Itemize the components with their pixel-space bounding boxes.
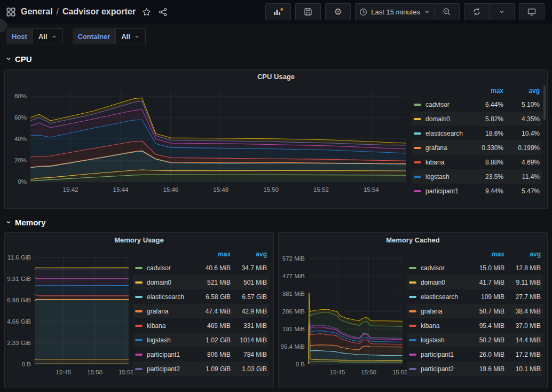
legend-series-name[interactable]: elasticsearch	[425, 130, 467, 137]
legend-series-name[interactable]: grafana	[421, 308, 468, 315]
legend-swatch[interactable]	[409, 310, 416, 312]
legend-swatch[interactable]	[414, 118, 421, 120]
legend-series-name[interactable]: logstash	[425, 173, 467, 181]
legend-series-name[interactable]: elasticsearch	[147, 293, 194, 301]
legend-series-name[interactable]: domain0	[147, 279, 194, 286]
panel-title[interactable]: Memory Usage	[5, 233, 273, 247]
legend-swatch[interactable]	[409, 296, 416, 298]
container-filter-label[interactable]: Container	[73, 28, 116, 44]
legend-header-max[interactable]: max	[467, 87, 503, 95]
legend-max-value: 5.82%	[467, 115, 503, 123]
legend-max-value: 40.6 MiB	[194, 264, 231, 272]
legend-series-name[interactable]: cadvisor	[147, 264, 194, 272]
legend-series-name[interactable]: logstash	[421, 336, 468, 344]
cpu-usage-chart[interactable]: 15:4215:4415:4615:4815:5015:5215:540%20%…	[5, 83, 412, 205]
row-toggle-memory[interactable]: Memory	[5, 215, 548, 229]
legend-avg-value: 5.47%	[503, 187, 540, 195]
host-filter-label[interactable]: Host	[6, 28, 33, 44]
legend-row: grafana47.4 MiB42.9 MiB	[133, 304, 269, 318]
memory-usage-chart[interactable]: 15:4515:5015:550 B2.33 GiB4.66 GiB6.98 G…	[5, 247, 133, 381]
legend-series-name[interactable]: cadvisor	[425, 101, 467, 108]
add-panel-button[interactable]	[265, 3, 291, 20]
legend-swatch[interactable]	[135, 368, 143, 370]
zoom-out-time-button[interactable]	[434, 3, 460, 20]
legend-header-avg[interactable]: avg	[231, 250, 267, 258]
refresh-interval-dropdown[interactable]	[489, 3, 515, 20]
legend-header-avg[interactable]: avg	[504, 250, 541, 258]
memory-usage-panel: Memory Usage 15:4515:5015:550 B2.33 GiB4…	[4, 232, 274, 388]
legend-series-name[interactable]: kibana	[425, 159, 467, 166]
refresh-button[interactable]	[464, 3, 489, 20]
dashboard-settings-button[interactable]: ⚙	[325, 3, 351, 20]
legend-swatch[interactable]	[135, 354, 143, 356]
row-toggle-cpu[interactable]: CPU	[5, 52, 548, 66]
legend-row: logstash23.5%11.4%	[412, 169, 542, 184]
legend-row: grafana0.330%0.199%	[412, 140, 542, 155]
legend-swatch[interactable]	[409, 368, 416, 370]
cpu-usage-plot: 15:4215:4415:4615:4815:5015:5215:540%20%…	[5, 83, 412, 205]
y-axis-tick: 0 B	[22, 361, 31, 367]
host-filter-value[interactable]: All	[33, 28, 63, 44]
legend-swatch[interactable]	[414, 190, 421, 192]
legend-series-name[interactable]: domain0	[421, 279, 468, 286]
cycle-view-mode-button[interactable]	[519, 3, 545, 20]
x-axis-tick: 15:54	[364, 186, 379, 193]
legend-swatch[interactable]	[135, 339, 143, 341]
legend-series-name[interactable]: kibana	[421, 322, 468, 330]
panel-title[interactable]: Memory Cached	[279, 233, 547, 247]
legend-avg-value: 6.57 GiB	[231, 293, 267, 301]
legend-row: logstash1.02 GiB1014 MiB	[133, 333, 269, 347]
legend-series-name[interactable]: domain0	[425, 115, 467, 123]
legend-header-max[interactable]: max	[468, 250, 504, 258]
legend-series-name[interactable]: participant1	[147, 351, 194, 358]
legend-swatch[interactable]	[409, 339, 416, 341]
legend-swatch[interactable]	[414, 104, 421, 106]
legend-avg-value: 9.11 MiB	[504, 279, 541, 286]
breadcrumb-folder[interactable]: General	[21, 7, 53, 17]
container-filter-value[interactable]: All	[115, 28, 146, 44]
legend-series-name[interactable]: participant2	[147, 365, 194, 373]
legend-swatch[interactable]	[414, 147, 421, 149]
legend-series-name[interactable]: logstash	[147, 336, 194, 344]
legend-max-value: 50.2 MiB	[468, 336, 504, 344]
legend-series-name[interactable]: participant1	[425, 187, 467, 195]
legend-swatch[interactable]	[409, 325, 416, 327]
legend-max-value: 50.7 MiB	[468, 308, 504, 315]
legend-swatch[interactable]	[135, 310, 143, 312]
gear-icon: ⚙	[334, 7, 342, 17]
legend-series-name[interactable]: elasticsearch	[421, 293, 468, 301]
legend-max-value: 465 MiB	[194, 322, 231, 330]
share-dashboard-icon[interactable]	[159, 7, 168, 17]
dashboards-grid-icon[interactable]	[6, 7, 15, 17]
y-axis-tick: 477 MiB	[282, 273, 305, 279]
legend-swatch[interactable]	[135, 325, 143, 327]
legend-swatch[interactable]	[414, 176, 421, 178]
legend-series-name[interactable]: cadvisor	[421, 264, 468, 272]
legend-max-value: 95.4 MiB	[468, 322, 504, 330]
time-range-picker[interactable]: Last 15 minutes	[355, 3, 434, 20]
legend-swatch[interactable]	[135, 267, 143, 269]
legend-series-name[interactable]: participant1	[421, 351, 468, 358]
legend-swatch[interactable]	[135, 296, 143, 298]
legend-swatch[interactable]	[414, 132, 421, 135]
legend-swatch[interactable]	[409, 267, 416, 269]
panel-title[interactable]: CPU Usage	[5, 69, 547, 83]
legend-swatch[interactable]	[135, 281, 143, 284]
save-dashboard-button[interactable]	[295, 3, 321, 20]
legend-avg-value: 5.10%	[503, 101, 540, 108]
legend-header-max[interactable]: max	[194, 250, 231, 258]
legend-series-name[interactable]: participant2	[421, 365, 468, 373]
legend-series-name[interactable]: grafana	[147, 308, 194, 315]
legend-scrollbar[interactable]	[543, 85, 546, 120]
star-dashboard-icon[interactable]	[142, 7, 151, 17]
legend-swatch[interactable]	[409, 281, 416, 284]
legend-swatch[interactable]	[409, 354, 416, 356]
legend-series-name[interactable]: grafana	[425, 144, 467, 152]
legend-swatch[interactable]	[414, 161, 421, 163]
legend-header-avg[interactable]: avg	[503, 87, 540, 95]
legend-avg-value: 12.8 MiB	[504, 264, 541, 272]
memory-cached-chart[interactable]: 15:4515:5015:550 B95.4 MiB191 MiB286 MiB…	[279, 247, 407, 381]
legend-max-value: 109 MiB	[468, 293, 504, 301]
y-axis-tick: 9.31 GiB	[7, 276, 31, 282]
legend-series-name[interactable]: kibana	[147, 322, 194, 330]
